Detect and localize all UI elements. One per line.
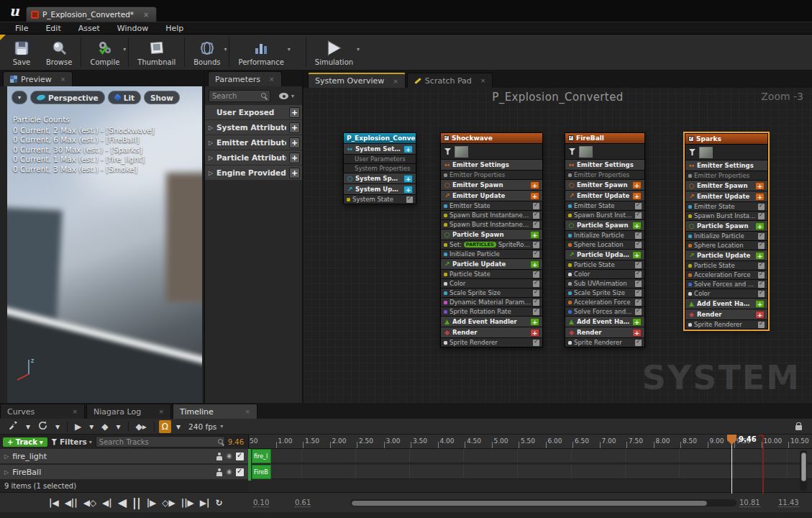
add-module-button[interactable]: + (530, 192, 539, 200)
tab-parameters[interactable]: Parameters × (208, 71, 282, 86)
module-enabled-checkbox[interactable] (758, 204, 765, 210)
module-enabled-checkbox[interactable] (533, 242, 539, 248)
node-row-spawn-burst-instantaneous[interactable]: Spawn Burst Instantaneous (685, 211, 767, 220)
playback-range-end-marker[interactable] (762, 435, 764, 494)
track-clip[interactable]: fire_l (252, 449, 271, 463)
node-row-acceleration-force[interactable]: Acceleration Force (565, 297, 644, 306)
tab-niagara-log[interactable]: Niagara Log× (86, 404, 171, 419)
node-p-explosion-converted[interactable]: P_Explosion_Converted↔System Settings+Us… (343, 132, 416, 204)
expander-icon[interactable]: ▷ (4, 453, 9, 460)
node-fireball[interactable]: FireBall↔Emitter SettingsEmitter Propert… (565, 132, 645, 347)
chevron-down-icon[interactable]: ▾ (288, 46, 291, 53)
node-row-add-event-handler[interactable]: ▲Add Event Handler+ (565, 316, 644, 327)
add-parameter-button[interactable]: + (289, 153, 300, 163)
node-row-spawn-burst-instantaneous[interactable]: Spawn Burst Instantaneous (565, 210, 644, 219)
node-row-sprite-rotation-rate[interactable]: Sprite Rotation Rate (441, 306, 542, 316)
tab-timeline[interactable]: Timeline× (173, 404, 257, 419)
isolate-funnel-icon[interactable] (569, 148, 575, 155)
expander-icon[interactable]: ▷ (209, 124, 214, 131)
horizontal-scrollbar-thumb[interactable] (352, 501, 707, 506)
lock-icon[interactable] (795, 425, 802, 430)
node-row-sphere-location[interactable]: Sphere Location (565, 240, 644, 249)
node-row-emitter-settings[interactable]: ↔Emitter Settings (565, 159, 644, 170)
node-row-dynamic-material-parameters[interactable]: Dynamic Material Parameters (441, 297, 542, 306)
node-row-initialize-particle[interactable]: Initialize Particle (565, 230, 644, 240)
chevron-down-icon[interactable]: ▾ (357, 46, 360, 53)
module-enabled-checkbox[interactable] (758, 291, 765, 297)
node-row-sprite-renderer[interactable]: Sprite Renderer (441, 337, 542, 347)
node-row-color[interactable]: Color (565, 269, 644, 278)
add-module-button[interactable]: + (403, 145, 413, 153)
module-enabled-checkbox[interactable] (533, 222, 539, 228)
chevron-down-icon[interactable]: ▾ (224, 46, 227, 53)
node-row-particle-state[interactable]: Particle State (685, 260, 767, 270)
next-key-button[interactable]: ◇▶ (162, 498, 175, 508)
module-enabled-checkbox[interactable] (635, 281, 642, 287)
node-header[interactable]: P_Explosion_Converted (344, 133, 416, 143)
node-row-emitter-update[interactable]: ↗Emitter Update+ (441, 190, 542, 201)
module-enabled-checkbox[interactable] (406, 196, 413, 203)
node-row-particle-state[interactable]: Particle State (565, 260, 644, 269)
chevron-down-icon[interactable]: ▾ (114, 420, 124, 433)
node-sparks[interactable]: Sparks↔Emitter SettingsEmitter Propertie… (685, 133, 768, 330)
tab-preview[interactable]: Preview × (3, 71, 73, 86)
close-icon[interactable]: × (72, 408, 78, 415)
node-row-spawn-burst-instantaneous[interactable]: Spawn Burst Instantaneous (441, 210, 542, 219)
node-row-spriterotationrate[interactable]: Set: PARTICLESSpriteRotationRate (441, 240, 542, 249)
add-module-button[interactable]: + (755, 193, 765, 201)
module-enabled-checkbox[interactable] (635, 340, 642, 346)
preview-viewport[interactable]: ▾PerspectiveLitShow Particle Counts 0 Cu… (7, 86, 202, 403)
module-enabled-checkbox[interactable] (533, 281, 539, 287)
node-row-emitter-spawn[interactable]: ○Emitter Spawn+ (441, 179, 542, 190)
close-icon[interactable]: × (480, 77, 486, 84)
node-row-emitter-properties[interactable]: Emitter Properties (565, 170, 644, 179)
add-module-button[interactable]: + (403, 186, 413, 194)
node-row-emitter-spawn[interactable]: ○Emitter Spawn+ (565, 179, 644, 190)
viewport-lit-button[interactable]: Lit (108, 91, 141, 104)
horizontal-scrollbar[interactable] (350, 499, 736, 506)
isolate-funnel-icon[interactable] (689, 149, 695, 155)
section-particle-attributes[interactable]: ▷Particle Attributes+ (205, 150, 302, 165)
node-header[interactable]: Shockwave (441, 133, 542, 143)
node-row-emitter-state[interactable]: Emitter State (441, 201, 542, 210)
expander-icon[interactable]: ▷ (209, 170, 214, 176)
module-enabled-checkbox[interactable] (533, 290, 539, 296)
step-back-button[interactable]: ◀| (102, 498, 112, 508)
compile-button[interactable]: Compile▾ (83, 35, 127, 70)
menu-item-asset[interactable]: Asset (70, 24, 108, 33)
node-row-acceleration-force[interactable]: Acceleration Force (685, 270, 767, 279)
node-row-scale-sprite-size[interactable]: Scale Sprite Size (441, 288, 542, 297)
node-row-sphere-location[interactable]: Sphere Location (685, 240, 767, 250)
menu-item-help[interactable]: Help (158, 24, 191, 33)
view-range-b-field[interactable]: 11.43 (778, 499, 799, 507)
eye-icon[interactable] (279, 93, 288, 99)
expander-icon[interactable]: ▷ (4, 469, 9, 476)
module-enabled-checkbox[interactable] (758, 233, 765, 240)
module-enabled-checkbox[interactable] (533, 340, 539, 346)
viewport-perspective-button[interactable]: Perspective (30, 91, 105, 104)
track-row-fireball[interactable]: ▷FireBall✳ (0, 465, 248, 479)
module-enabled-checkbox[interactable] (758, 213, 765, 219)
node-row-emitter-spawn[interactable]: ○Emitter Spawn+ (685, 180, 767, 191)
node-row-particle-spawn[interactable]: ○Particle Spawn+ (441, 229, 542, 240)
section-system-attributes[interactable]: ▷System Attributes+ (205, 120, 302, 135)
range-start-field[interactable]: 0.10 (253, 499, 269, 507)
module-enabled-checkbox[interactable] (758, 281, 765, 288)
expander-icon[interactable]: ▷ (209, 140, 214, 146)
node-row-particle-update[interactable]: ↗Particle Update+ (441, 258, 542, 269)
node-row-sprite-renderer[interactable]: Sprite Renderer (565, 337, 644, 347)
add-module-button[interactable]: + (632, 251, 642, 259)
add-module-button[interactable]: + (755, 222, 765, 230)
node-header[interactable]: Sparks (685, 134, 767, 144)
add-module-button[interactable]: + (530, 318, 539, 326)
node-row-particle-update[interactable]: ↗Particle Update+ (685, 250, 767, 260)
track-lane-fire-light[interactable]: fire_l (248, 449, 812, 463)
close-icon[interactable]: × (269, 76, 275, 83)
track-lane-fireball[interactable]: FireB (248, 465, 812, 479)
pause-button[interactable]: || (132, 496, 141, 509)
module-enabled-checkbox[interactable] (533, 309, 539, 315)
node-row-particle-spawn[interactable]: ○Particle Spawn+ (685, 220, 767, 231)
range-end-field[interactable]: 0.61 (295, 499, 311, 507)
node-row-scale-sprite-size[interactable]: Scale Sprite Size (565, 288, 644, 297)
add-module-button[interactable]: + (755, 252, 765, 260)
